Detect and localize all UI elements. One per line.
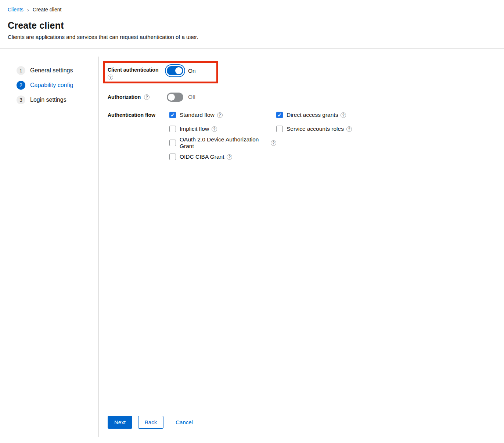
checkbox-row-service-accounts-roles: Service accounts roles ? (276, 125, 352, 133)
authorization-toggle[interactable] (167, 93, 183, 102)
client-authentication-label: Client authentication (108, 67, 167, 73)
cancel-button[interactable]: Cancel (176, 416, 193, 428)
wizard-footer: Next Back Cancel (108, 416, 504, 429)
wizard-nav: 1 General settings 2 Capability config 3… (0, 57, 99, 437)
authentication-flow-label: Authentication flow (108, 112, 155, 118)
wizard-step-label: Capability config (30, 82, 73, 89)
checkbox-implicit-flow[interactable] (169, 126, 176, 132)
help-icon[interactable]: ? (271, 140, 276, 146)
next-button[interactable]: Next (108, 416, 132, 429)
checkbox-row-standard-flow: Standard flow ? (169, 111, 276, 119)
checkbox-label[interactable]: Service accounts roles (287, 126, 344, 132)
checkbox-label[interactable]: Implicit flow (180, 126, 209, 132)
help-icon[interactable]: ? (217, 112, 223, 118)
page-header: Clients › Create client Create client Cl… (0, 0, 504, 49)
wizard-step-label: General settings (30, 67, 73, 74)
wizard-step-login-settings[interactable]: 3 Login settings (17, 96, 98, 104)
checkbox-standard-flow[interactable] (169, 112, 176, 118)
checkbox-row-oidc-ciba-grant: OIDC CIBA Grant ? (169, 152, 276, 161)
authorization-label-col: Authorization ? (108, 94, 167, 100)
client-authentication-label-col: Client authentication ? (108, 63, 167, 80)
breadcrumb: Clients › Create client (8, 7, 504, 12)
breadcrumb-link-clients[interactable]: Clients (8, 7, 24, 12)
client-authentication-toggle[interactable] (167, 66, 183, 75)
step-number-badge: 2 (17, 81, 25, 90)
breadcrumb-current: Create client (33, 7, 62, 12)
authorization-row: Authorization ? Off (108, 92, 504, 102)
checkbox-service-accounts-roles[interactable] (276, 126, 283, 132)
capability-config-form: Client authentication ? On Authorization… (99, 57, 504, 437)
page-subtitle: Clients are applications and services th… (8, 34, 504, 40)
checkbox-oauth-device-authorization-grant[interactable] (169, 140, 176, 146)
authentication-flow-row: Authentication flow Standard flow ? Dire… (108, 111, 504, 161)
help-icon[interactable]: ? (346, 126, 352, 132)
checkbox-label[interactable]: OIDC CIBA Grant (180, 154, 224, 160)
authentication-flow-label-col: Authentication flow (108, 111, 169, 161)
wizard-step-capability-config[interactable]: 2 Capability config (17, 81, 98, 90)
checkbox-label[interactable]: Direct access grants (287, 112, 338, 118)
highlight-annotation-box: Client authentication ? On (103, 61, 218, 83)
breadcrumb-separator-icon: › (27, 7, 29, 12)
step-number-badge: 1 (17, 66, 25, 75)
toggle-knob (175, 67, 182, 74)
help-icon[interactable]: ? (212, 126, 217, 132)
help-icon[interactable]: ? (108, 75, 113, 80)
authentication-flow-options: Standard flow ? Direct access grants ? I… (169, 111, 352, 161)
step-number-badge: 3 (17, 96, 25, 104)
client-authentication-toggle-wrap: On (167, 66, 196, 75)
back-button[interactable]: Back (138, 416, 163, 429)
wizard-step-label: Login settings (30, 97, 66, 103)
checkbox-label[interactable]: Standard flow (180, 112, 215, 118)
help-icon[interactable]: ? (227, 154, 232, 160)
checkbox-row-implicit-flow: Implicit flow ? (169, 125, 276, 133)
authorization-label: Authorization (108, 94, 141, 100)
checkbox-label[interactable]: OAuth 2.0 Device Authorization Grant (180, 136, 268, 150)
checkbox-oidc-ciba-grant[interactable] (169, 154, 176, 160)
checkbox-row-direct-access-grants: Direct access grants ? (276, 111, 352, 119)
main-area: 1 General settings 2 Capability config 3… (0, 57, 504, 437)
wizard-step-general-settings[interactable]: 1 General settings (17, 66, 98, 75)
page-title: Create client (8, 20, 504, 31)
toggle-knob (168, 94, 175, 101)
client-authentication-state: On (188, 68, 196, 74)
help-icon[interactable]: ? (341, 112, 346, 118)
checkbox-direct-access-grants[interactable] (276, 112, 283, 118)
checkbox-row-oauth-device-authorization-grant: OAuth 2.0 Device Authorization Grant ? (169, 138, 276, 147)
help-icon[interactable]: ? (144, 94, 150, 100)
authorization-state: Off (188, 94, 195, 100)
